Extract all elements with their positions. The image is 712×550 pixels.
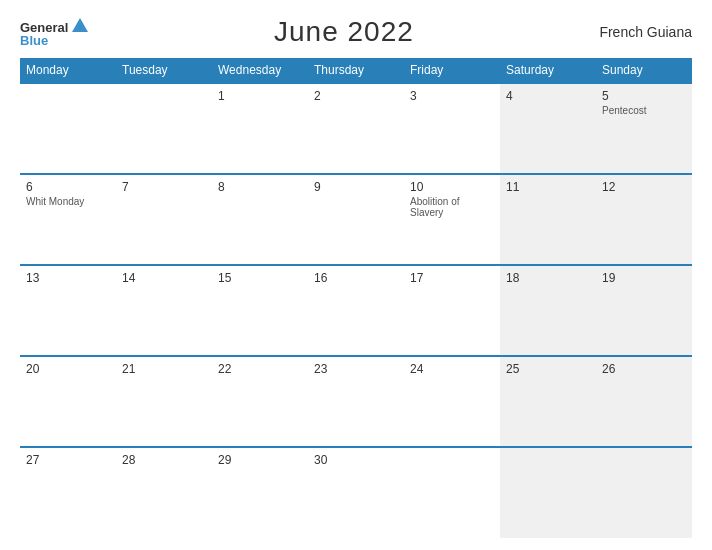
day-number: 14 [122, 271, 206, 285]
calendar-cell: 13 [20, 265, 116, 356]
calendar-cell: 2 [308, 83, 404, 174]
day-number: 10 [410, 180, 494, 194]
region-label: French Guiana [599, 24, 692, 40]
day-number: 15 [218, 271, 302, 285]
calendar-week-row: 13141516171819 [20, 265, 692, 356]
day-event: Pentecost [602, 105, 686, 116]
page: General Blue June 2022 French Guiana Mon… [0, 0, 712, 550]
day-number: 9 [314, 180, 398, 194]
day-number: 26 [602, 362, 686, 376]
day-number: 17 [410, 271, 494, 285]
calendar-cell: 7 [116, 174, 212, 265]
calendar-cell: 12 [596, 174, 692, 265]
day-number: 6 [26, 180, 110, 194]
day-number: 20 [26, 362, 110, 376]
calendar-cell: 19 [596, 265, 692, 356]
day-number: 7 [122, 180, 206, 194]
calendar-header: MondayTuesdayWednesdayThursdayFridaySatu… [20, 58, 692, 83]
day-header: Wednesday [212, 58, 308, 83]
calendar-cell: 30 [308, 447, 404, 538]
day-number: 11 [506, 180, 590, 194]
logo-general-text: General [20, 21, 68, 34]
day-header: Saturday [500, 58, 596, 83]
calendar-cell: 6Whit Monday [20, 174, 116, 265]
calendar-cell [596, 447, 692, 538]
day-event: Whit Monday [26, 196, 110, 207]
day-number: 27 [26, 453, 110, 467]
day-header: Thursday [308, 58, 404, 83]
calendar-cell: 20 [20, 356, 116, 447]
calendar-cell: 29 [212, 447, 308, 538]
calendar-cell: 25 [500, 356, 596, 447]
calendar-cell: 21 [116, 356, 212, 447]
day-number: 12 [602, 180, 686, 194]
day-header: Monday [20, 58, 116, 83]
calendar-title: June 2022 [274, 16, 414, 48]
calendar-week-row: 6Whit Monday78910Abolition of Slavery111… [20, 174, 692, 265]
days-row: MondayTuesdayWednesdayThursdayFridaySatu… [20, 58, 692, 83]
day-number: 23 [314, 362, 398, 376]
day-number: 5 [602, 89, 686, 103]
day-number: 16 [314, 271, 398, 285]
calendar-cell: 4 [500, 83, 596, 174]
day-number: 18 [506, 271, 590, 285]
calendar-cell: 1 [212, 83, 308, 174]
calendar-cell: 11 [500, 174, 596, 265]
day-number: 2 [314, 89, 398, 103]
day-number: 25 [506, 362, 590, 376]
day-number: 22 [218, 362, 302, 376]
day-header: Friday [404, 58, 500, 83]
calendar-cell [116, 83, 212, 174]
calendar-cell: 17 [404, 265, 500, 356]
calendar-cell: 23 [308, 356, 404, 447]
calendar-cell: 14 [116, 265, 212, 356]
calendar-cell: 15 [212, 265, 308, 356]
calendar-cell: 24 [404, 356, 500, 447]
day-number: 29 [218, 453, 302, 467]
logo-triangle-icon [72, 18, 88, 32]
calendar-cell: 26 [596, 356, 692, 447]
day-number: 4 [506, 89, 590, 103]
calendar: MondayTuesdayWednesdayThursdayFridaySatu… [20, 58, 692, 538]
calendar-cell: 18 [500, 265, 596, 356]
day-header: Sunday [596, 58, 692, 83]
calendar-cell: 5Pentecost [596, 83, 692, 174]
calendar-week-row: 20212223242526 [20, 356, 692, 447]
calendar-cell: 22 [212, 356, 308, 447]
day-number: 21 [122, 362, 206, 376]
calendar-cell: 8 [212, 174, 308, 265]
calendar-cell: 28 [116, 447, 212, 538]
day-number: 13 [26, 271, 110, 285]
calendar-cell: 16 [308, 265, 404, 356]
calendar-table: MondayTuesdayWednesdayThursdayFridaySatu… [20, 58, 692, 538]
calendar-week-row: 12345Pentecost [20, 83, 692, 174]
day-number: 3 [410, 89, 494, 103]
calendar-cell: 10Abolition of Slavery [404, 174, 500, 265]
logo: General Blue [20, 18, 88, 47]
logo-blue-text: Blue [20, 34, 88, 47]
day-header: Tuesday [116, 58, 212, 83]
calendar-cell [500, 447, 596, 538]
calendar-cell [404, 447, 500, 538]
day-number: 19 [602, 271, 686, 285]
day-number: 24 [410, 362, 494, 376]
calendar-cell [20, 83, 116, 174]
day-number: 28 [122, 453, 206, 467]
calendar-week-row: 27282930 [20, 447, 692, 538]
logo-block: General Blue [20, 18, 88, 47]
calendar-body: 12345Pentecost6Whit Monday78910Abolition… [20, 83, 692, 538]
calendar-cell: 9 [308, 174, 404, 265]
calendar-cell: 27 [20, 447, 116, 538]
day-event: Abolition of Slavery [410, 196, 494, 218]
header: General Blue June 2022 French Guiana [20, 16, 692, 48]
calendar-cell: 3 [404, 83, 500, 174]
day-number: 30 [314, 453, 398, 467]
day-number: 8 [218, 180, 302, 194]
day-number: 1 [218, 89, 302, 103]
